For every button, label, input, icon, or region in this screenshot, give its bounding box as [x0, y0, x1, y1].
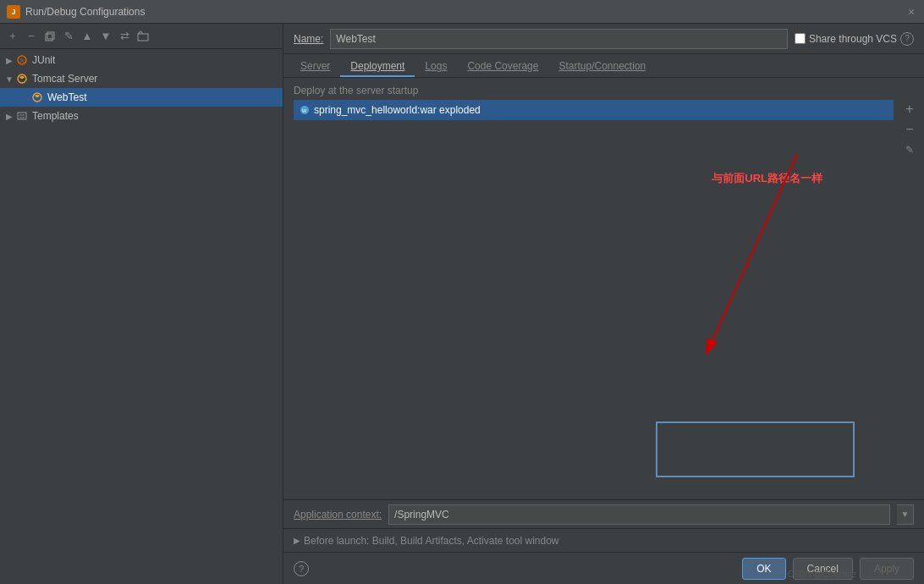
- webtest-label: WebTest: [47, 91, 86, 103]
- copy-config-button[interactable]: [42, 29, 58, 44]
- share-help-icon[interactable]: ?: [900, 32, 914, 46]
- sort-button[interactable]: ⇄: [117, 29, 132, 44]
- share-checkbox[interactable]: [795, 33, 806, 44]
- help-button[interactable]: ?: [294, 561, 309, 576]
- deploy-item-icon: w: [299, 104, 311, 116]
- annotation-area: 与前面URL路径名一样: [283, 120, 924, 499]
- before-launch-toggle[interactable]: ▶: [294, 536, 300, 545]
- bottom-left: ?: [294, 561, 309, 576]
- name-row: Name: Share through VCS ?: [283, 24, 924, 54]
- name-label: Name:: [294, 33, 323, 45]
- app-context-input[interactable]: [388, 504, 890, 525]
- close-button[interactable]: ×: [905, 6, 917, 18]
- deploy-header: Deploy at the server startup: [283, 78, 924, 100]
- content-area: Deploy at the server startup w spring_mv…: [283, 78, 924, 552]
- apply-button[interactable]: Apply: [860, 558, 914, 580]
- title-bar-text: Run/Debug Configurations: [25, 6, 905, 18]
- sidebar-item-junit[interactable]: ▶ JU JUnit: [0, 51, 283, 69]
- tab-startup[interactable]: Startup/Connection: [548, 57, 656, 77]
- sidebar-item-webtest[interactable]: WebTest: [0, 88, 283, 107]
- tabs-bar: Server Deployment Logs Code Coverage Sta…: [283, 54, 924, 78]
- before-launch-label: Before launch: Build, Build Artifacts, A…: [304, 535, 559, 547]
- tomcat-label: Tomcat Server: [32, 73, 97, 85]
- watermark: CSDN @Couldme: [788, 570, 856, 579]
- deploy-item-label: spring_mvc_helloworld:war exploded: [314, 104, 481, 116]
- app-context-row: Application context: ▼: [283, 499, 924, 528]
- deploy-add-button[interactable]: +: [900, 100, 919, 118]
- tab-code-coverage[interactable]: Code Coverage: [457, 57, 548, 77]
- config-tree: ▶ JU JUnit ▼ Tomcat Server: [0, 49, 283, 584]
- svg-text:JU: JU: [19, 58, 27, 63]
- tab-deployment[interactable]: Deployment: [340, 57, 415, 77]
- main-container: + − ✎ ▲ ▼ ⇄ ▶ JU JUnit ▼: [0, 24, 924, 584]
- move-down-button[interactable]: ▼: [98, 29, 113, 44]
- folder-button[interactable]: [135, 29, 151, 44]
- svg-text:w: w: [301, 107, 307, 113]
- edit-config-button[interactable]: ✎: [61, 29, 76, 44]
- app-icon: J: [7, 5, 20, 19]
- svg-rect-0: [46, 34, 52, 41]
- move-up-button[interactable]: ▲: [80, 29, 95, 44]
- app-context-label: Application context:: [294, 509, 382, 521]
- svg-rect-1: [47, 32, 54, 39]
- add-config-button[interactable]: +: [5, 29, 20, 44]
- before-launch-text: Before launch: Build, Build Artifacts, A…: [304, 535, 559, 547]
- deploy-item[interactable]: w spring_mvc_helloworld:war exploded: [294, 100, 894, 120]
- name-input[interactable]: [330, 29, 788, 49]
- webtest-icon: [30, 91, 44, 104]
- tomcat-icon: [15, 72, 29, 85]
- sidebar-item-tomcat[interactable]: ▼ Tomcat Server: [0, 69, 283, 88]
- templates-label: Templates: [32, 110, 79, 122]
- svg-rect-2: [138, 34, 148, 41]
- bottom-bar: ? OK Cancel Apply: [283, 552, 924, 584]
- templates-icon: [15, 109, 29, 123]
- tree-arrow-tomcat: ▼: [3, 73, 15, 85]
- sidebar: + − ✎ ▲ ▼ ⇄ ▶ JU JUnit ▼: [0, 24, 283, 584]
- remove-config-button[interactable]: −: [24, 29, 39, 44]
- tab-logs[interactable]: Logs: [415, 57, 457, 77]
- share-checkbox-area: Share through VCS ?: [795, 32, 914, 46]
- deploy-list-container: w spring_mvc_helloworld:war exploded + −…: [294, 100, 894, 120]
- junit-icon: JU: [15, 53, 29, 67]
- junit-label: JUnit: [32, 54, 55, 66]
- before-launch-row: ▶ Before launch: Build, Build Artifacts,…: [283, 528, 924, 552]
- annotation-text: 与前面URL路径名一样: [712, 171, 822, 186]
- sidebar-toolbar: + − ✎ ▲ ▼ ⇄: [0, 24, 283, 49]
- sidebar-item-templates[interactable]: ▶ Templates: [0, 107, 283, 125]
- tree-arrow-templates: ▶: [3, 110, 15, 122]
- tree-arrow-junit: ▶: [3, 54, 15, 66]
- tab-server[interactable]: Server: [290, 57, 340, 77]
- app-context-dropdown[interactable]: ▼: [897, 504, 914, 525]
- title-bar: J Run/Debug Configurations ×: [0, 0, 924, 24]
- right-panel: Name: Share through VCS ? Server Deploym…: [283, 24, 924, 584]
- ok-button[interactable]: OK: [742, 558, 785, 580]
- share-label: Share through VCS: [809, 33, 897, 45]
- svg-rect-7: [18, 113, 26, 119]
